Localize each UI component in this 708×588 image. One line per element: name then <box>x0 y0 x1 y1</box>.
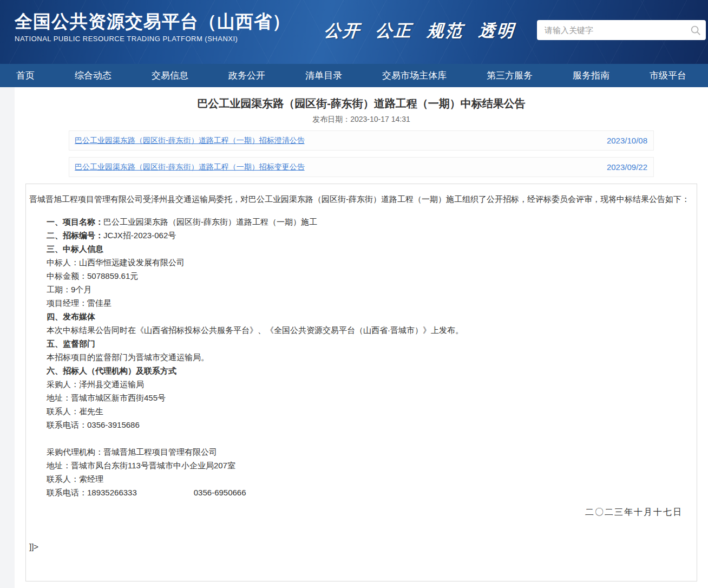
slogan-word: 规范 <box>427 19 465 42</box>
publish-date-value: 2023-10-17 14:31 <box>350 115 410 123</box>
body-line: 采购人：泽州县交通运输局 <box>29 377 693 391</box>
slogan-word: 公开 <box>324 19 362 42</box>
related-announcement-date: 2023/10/08 <box>607 136 647 145</box>
body-line-text: JCJX招-2023-062号 <box>103 231 176 240</box>
body-line-text: 采购代理机构：晋城晋旭工程项目管理有限公司 <box>47 447 217 456</box>
related-announcement-link[interactable]: 巴公工业园渠东路（园区街-薛东街）道路工程（一期）招标澄清公告 <box>75 136 305 146</box>
slogan-word: 公正 <box>375 19 414 42</box>
nav-item[interactable]: 服务指南 <box>573 69 609 82</box>
body-line-text: 本次中标结果公告同时在《山西省招标投标公共服务平台》、《全国公共资源交易平台（山… <box>47 325 463 335</box>
body-line: 中标金额：5078859.61元 <box>29 269 693 283</box>
nav-item[interactable]: 清单目录 <box>305 69 342 82</box>
body-line: 六、招标人（代理机构）及联系方式 <box>29 364 693 377</box>
nav-item[interactable]: 交易市场主体库 <box>382 69 447 82</box>
body-line: 联系人：索经理 <box>29 472 693 486</box>
nav-item[interactable]: 政务公开 <box>228 69 265 82</box>
article-title: 巴公工业园渠东路（园区街-薛东街）道路工程（一期）中标结果公告 <box>15 97 708 110</box>
publish-date-label: 发布日期： <box>312 115 350 123</box>
body-line-text: 联系人：索经理 <box>47 474 103 484</box>
body-line: 三、中标人信息 <box>29 242 693 256</box>
body-line-text: 采购人：泽州县交通运输局 <box>47 380 144 389</box>
main-nav: 首页综合动态交易信息政务公开清单目录交易市场主体库第三方服务服务指南市级平台 <box>0 64 708 87</box>
search-box[interactable] <box>537 20 706 40</box>
body-line-text: 联系电话：0356-3915686 <box>47 420 140 429</box>
body-line <box>29 432 693 445</box>
related-announcement-row[interactable]: 巴公工业园渠东路（园区街-薛东街）道路工程（一期）招标变更公告 2023/09/… <box>69 157 654 177</box>
body-line-text: 巴公工业园渠东路（园区街-薛东街）道路工程（一期）施工 <box>103 217 317 226</box>
nav-item[interactable]: 第三方服务 <box>487 69 533 82</box>
body-line: 五、监督部门 <box>29 337 693 350</box>
body-line: 项目经理：雷佳星 <box>29 296 693 310</box>
body-line: 联系电话：18935266333 0356-6950666 <box>29 486 693 499</box>
slogan-banner: 公开公正规范透明 <box>324 19 516 42</box>
body-line: 本招标项目的监督部门为晋城市交通运输局。 <box>29 350 693 364</box>
related-announcements: 巴公工业园渠东路（园区街-薛东街）道路工程（一期）招标澄清公告 2023/10/… <box>69 130 654 177</box>
announcement-body: 晋城晋旭工程项目管理有限公司受泽州县交通运输局委托，对巴公工业园渠东路（园区街-… <box>25 184 697 582</box>
body-line: 四、发布媒体 <box>29 310 693 323</box>
body-line-text: 联系电话：18935266333 0356-6950666 <box>47 488 246 497</box>
body-line: 一、项目名称：巴公工业园渠东路（园区街-薛东街）道路工程（一期）施工 <box>29 215 693 228</box>
body-line-heading: 一、项目名称： <box>47 217 103 226</box>
body-line-heading: 五、监督部门 <box>47 339 95 348</box>
search-input[interactable] <box>543 25 690 35</box>
body-line-text: 联系人：崔先生 <box>47 407 103 416</box>
body-line: 地址：晋城市城区新市西街455号 <box>29 391 693 404</box>
search-icon[interactable] <box>690 24 702 36</box>
body-line-text: 中标人：山西华恒远建设发展有限公司 <box>47 258 185 267</box>
nav-item[interactable]: 市级平台 <box>650 69 686 82</box>
body-line-text: 地址：晋城市城区新市西街455号 <box>47 393 166 402</box>
content-card: 巴公工业园渠东路（园区街-薛东街）道路工程（一期）中标结果公告 发布日期：202… <box>15 87 708 588</box>
nav-item[interactable]: 综合动态 <box>75 69 112 82</box>
intro-paragraph: 晋城晋旭工程项目管理有限公司受泽州县交通运输局委托，对巴公工业园渠东路（园区街-… <box>29 187 693 211</box>
body-line: 工期：9个月 <box>29 283 693 296</box>
related-announcement-row[interactable]: 巴公工业园渠东路（园区街-薛东街）道路工程（一期）招标澄清公告 2023/10/… <box>69 130 654 151</box>
sign-date: 二〇二三年十月十七日 <box>29 507 693 518</box>
publish-date-line: 发布日期：2023-10-17 14:31 <box>15 115 708 125</box>
site-subtitle: NATIONAL PUBLIC RESOURCE TRADING PLATFOR… <box>15 35 291 43</box>
body-line-text: 本招标项目的监督部门为晋城市交通运输局。 <box>47 352 209 362</box>
body-lines: 一、项目名称：巴公工业园渠东路（园区街-薛东街）道路工程（一期）施工二、招标编号… <box>29 215 693 499</box>
site-title: 全国公共资源交易平台（山西省） <box>15 11 291 32</box>
nav-item[interactable]: 交易信息 <box>152 69 188 82</box>
related-announcement-link[interactable]: 巴公工业园渠东路（园区街-薛东街）道路工程（一期）招标变更公告 <box>75 162 305 172</box>
body-line-heading: 三、中标人信息 <box>47 244 103 253</box>
body-line: 采购代理机构：晋城晋旭工程项目管理有限公司 <box>29 445 693 459</box>
body-line: 本次中标结果公告同时在《山西省招标投标公共服务平台》、《全国公共资源交易平台（山… <box>29 323 693 337</box>
body-line-text: 项目经理：雷佳星 <box>47 298 112 308</box>
site-logo[interactable]: 全国公共资源交易平台（山西省） NATIONAL PUBLIC RESOURCE… <box>15 11 291 43</box>
body-line-text: 中标金额：5078859.61元 <box>47 271 138 280</box>
body-line: 二、招标编号：JCJX招-2023-062号 <box>29 228 693 242</box>
related-announcement-date: 2023/09/22 <box>607 162 647 172</box>
nav-item[interactable]: 首页 <box>16 69 35 82</box>
body-line: 联系电话：0356-3915686 <box>29 418 693 432</box>
body-line-text: 工期：9个月 <box>47 285 91 294</box>
body-line: 中标人：山西华恒远建设发展有限公司 <box>29 256 693 269</box>
slogan-word: 透明 <box>478 19 516 42</box>
body-line-text: 地址：晋城市凤台东街113号晋城市中小企业局207室 <box>47 461 235 470</box>
body-line: 联系人：崔先生 <box>29 404 693 418</box>
body-line-heading: 四、发布媒体 <box>47 312 95 321</box>
body-line: 地址：晋城市凤台东街113号晋城市中小企业局207室 <box>29 459 693 472</box>
site-header: 全国公共资源交易平台（山西省） NATIONAL PUBLIC RESOURCE… <box>0 0 708 64</box>
body-line-heading: 二、招标编号： <box>47 231 103 240</box>
body-line-heading: 六、招标人（代理机构）及联系方式 <box>47 366 176 375</box>
cdata-trailing-text: ]]> <box>29 542 693 551</box>
